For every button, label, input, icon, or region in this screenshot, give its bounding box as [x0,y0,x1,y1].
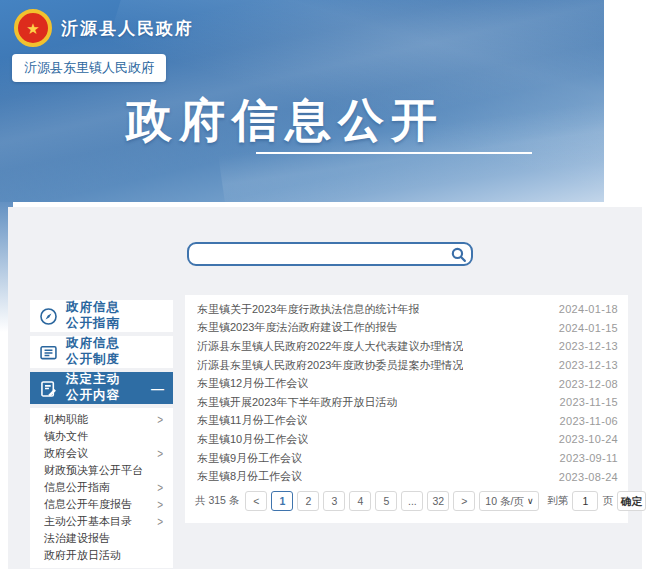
news-row[interactable]: 东里镇12月份工作会议2023-12-08 [185,374,628,393]
content-panel: 政府信息公开指南政府信息公开制度法定主动公开内容— 机构职能>镇办文件政府会议>… [8,207,642,569]
search-icon [450,246,467,263]
sidebar-item-label: 政府信息公开制度 [66,336,120,367]
system-icon [30,342,66,363]
search-input[interactable] [187,242,473,266]
sidebar-item-label: 法定主动公开内容 [66,372,120,403]
news-title-link[interactable]: 东里镇2023年度法治政府建设工作的报告 [197,320,397,335]
sidebar-submenu: 机构职能>镇办文件政府会议>财政预决算公开平台信息公开指南>信息公开年度报告>主… [30,408,173,568]
prev-page-button[interactable]: < [245,491,267,511]
sidebar-main-items: 政府信息公开指南政府信息公开制度法定主动公开内容— [30,300,173,404]
news-title-link[interactable]: 东里镇关于2023年度行政执法信息的统计年报 [197,302,419,317]
goto-page-input[interactable] [572,491,598,511]
sidebar-subitem[interactable]: 政府开放日活动 [30,547,173,564]
sidebar-subitem[interactable]: 政府会议> [30,445,173,462]
brand-row: ★ 沂源县人民政府 [14,9,194,47]
sidebar-item-1[interactable]: 政府信息公开指南 [30,300,173,332]
sidebar-subitem[interactable]: 信息公开年度报告> [30,496,173,513]
china-national-emblem-icon: ★ [14,9,52,47]
page-button-5[interactable]: 5 [375,491,397,511]
goto-confirm-button[interactable]: 确定 [617,491,646,511]
sidebar-subitem[interactable]: 机构职能> [30,411,173,428]
sidebar-subitem-label: 信息公开年度报告 [44,497,132,512]
total-count: 共 315 条 [195,494,239,508]
news-date: 2024-01-18 [549,303,618,315]
guide-icon [30,306,66,327]
page-ellipsis-button[interactable]: ... [401,491,423,511]
town-gov-badge[interactable]: 沂源县东里镇人民政府 [12,54,166,82]
news-title-link[interactable]: 东里镇8月份工作会议 [197,469,302,484]
page-button-3[interactable]: 3 [323,491,345,511]
collapse-minus-icon[interactable]: — [151,381,164,396]
goto-prefix-label: 到第 [547,494,568,508]
sidebar-subitem[interactable]: 信息公开指南> [30,479,173,496]
news-date: 2023-08-24 [549,471,618,483]
sidebar-subitem-label: 主动公开基本目录 [44,514,132,529]
page-title: 政府信息公开 [126,90,444,152]
page-size-label: 10 条/页 [485,492,524,510]
sidebar-item-2[interactable]: 政府信息公开制度 [30,336,173,368]
page-button-4[interactable]: 4 [349,491,371,511]
news-date: 2023-10-24 [549,433,618,445]
chevron-right-icon: > [157,413,163,426]
news-row[interactable]: 东里镇10月份工作会议2023-10-24 [185,430,628,449]
sidebar-subitem-label: 镇办文件 [44,429,88,444]
news-title-link[interactable]: 沂源县东里镇人民政府2022年度人大代表建议办理情况 [197,339,463,354]
news-title-link[interactable]: 东里镇11月份工作会议 [197,413,307,428]
sidebar-subitem-label: 法治建设报告 [44,531,110,546]
content-icon [30,378,66,399]
page-number-buttons: 12345...32 [271,491,449,511]
sidebar-subitem-label: 财政预决算公开平台 [44,463,143,478]
search-bar [187,242,473,266]
sidebar-subitem-label: 政府会议 [44,446,88,461]
news-date: 2023-12-13 [549,359,618,371]
news-date: 2023-11-06 [550,415,618,427]
chevron-right-icon: > [157,447,163,460]
sidebar-subitem-label: 政府开放日活动 [44,548,121,563]
news-date: 2023-11-15 [550,396,618,408]
news-date: 2023-09-11 [550,452,618,464]
sidebar-subitem-label: 信息公开指南 [44,480,110,495]
sidebar-subitem[interactable]: 主动公开基本目录> [30,513,173,530]
news-title-link[interactable]: 东里镇10月份工作会议 [197,432,308,447]
page-size-select[interactable]: 10 条/页 ∨ [479,491,539,511]
caret-down-icon: ∨ [527,492,534,510]
chevron-right-icon: > [157,498,163,511]
news-list: 东里镇关于2023年度行政执法信息的统计年报2024-01-18东里镇2023年… [185,295,628,486]
goto-suffix-label: 页 [602,494,613,508]
site-title: 沂源县人民政府 [61,17,194,40]
news-row[interactable]: 沂源县东里镇人民政府2023年度政协委员提案办理情况2023-12-13 [185,356,628,375]
banner: ★ 沂源县人民政府 沂源县东里镇人民政府 政府信息公开 [0,0,604,202]
news-row[interactable]: 沂源县东里镇人民政府2022年度人大代表建议办理情况2023-12-13 [185,337,628,356]
news-title-link[interactable]: 沂源县东里镇人民政府2023年度政协委员提案办理情况 [197,358,463,373]
news-row[interactable]: 东里镇2023年度法治政府建设工作的报告2024-01-15 [185,319,628,338]
page-button-2[interactable]: 2 [297,491,319,511]
sidebar-subitem[interactable]: 法治建设报告 [30,530,173,547]
news-list-panel: 东里镇关于2023年度行政执法信息的统计年报2024-01-18东里镇2023年… [185,295,628,523]
chevron-right-icon: > [157,481,163,494]
sidebar-item-3[interactable]: 法定主动公开内容— [30,372,173,404]
sidebar-subitem[interactable]: 镇办文件 [30,428,173,445]
next-page-button[interactable]: > [453,491,475,511]
page: ★ 沂源县人民政府 沂源县东里镇人民政府 政府信息公开 政府信息公开指南政府信息… [0,0,648,569]
pagination: 共 315 条 < 12345...32 > 10 条/页 ∨ 到第 页 确定 [185,491,628,511]
sidebar-subitem-label: 机构职能 [44,412,88,427]
page-button-32[interactable]: 32 [427,491,449,511]
news-title-link[interactable]: 东里镇12月份工作会议 [197,376,308,391]
sidebar-subitem[interactable]: 财政预决算公开平台 [30,462,173,479]
news-date: 2024-01-15 [549,322,618,334]
chevron-right-icon: > [157,515,163,528]
sidebar-item-label: 政府信息公开指南 [66,300,120,331]
news-title-link[interactable]: 东里镇开展2023年下半年政府开放日活动 [197,395,397,410]
news-date: 2023-12-13 [549,340,618,352]
search-button[interactable] [446,244,470,264]
page-button-1[interactable]: 1 [271,491,293,511]
sidebar: 政府信息公开指南政府信息公开制度法定主动公开内容— 机构职能>镇办文件政府会议>… [30,300,173,568]
news-row[interactable]: 东里镇开展2023年下半年政府开放日活动2023-11-15 [185,393,628,412]
news-row[interactable]: 东里镇9月份工作会议2023-09-11 [185,449,628,468]
news-row[interactable]: 东里镇11月份工作会议2023-11-06 [185,412,628,431]
news-title-link[interactable]: 东里镇9月份工作会议 [197,451,302,466]
title-underline [256,152,532,154]
news-row[interactable]: 东里镇8月份工作会议2023-08-24 [185,467,628,486]
news-date: 2023-12-08 [549,378,618,390]
news-row[interactable]: 东里镇关于2023年度行政执法信息的统计年报2024-01-18 [185,300,628,319]
